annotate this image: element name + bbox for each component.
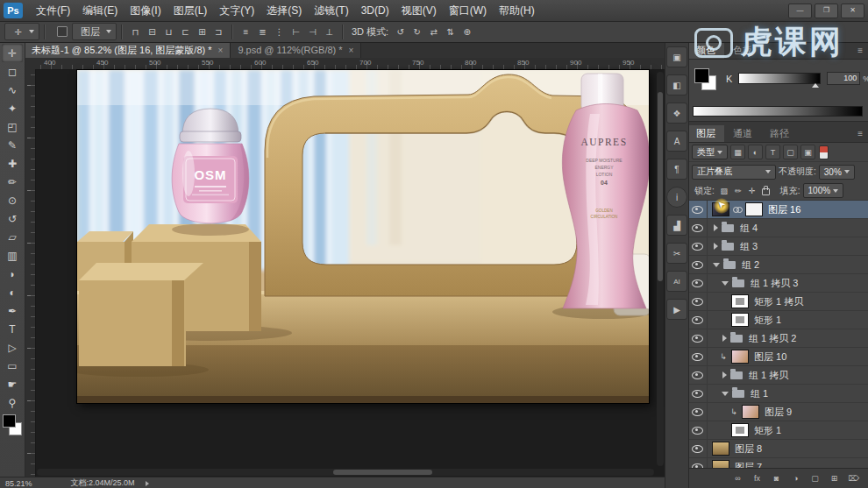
filter-smart-object-icon[interactable]: ▣ (800, 145, 815, 159)
k-channel-slider[interactable] (738, 73, 821, 84)
expand-collapsed-icon[interactable] (722, 335, 727, 342)
layer-name[interactable]: 组 1 拷贝 (749, 369, 788, 382)
visibility-toggle[interactable] (687, 403, 708, 421)
layer-name[interactable]: 组 1 拷贝 2 (749, 332, 796, 345)
align-right-edges-icon[interactable]: ⊐ (211, 25, 226, 39)
visibility-toggle[interactable] (687, 274, 708, 292)
3d-drag-icon[interactable]: ⇄ (426, 25, 441, 39)
layer-style-icon[interactable]: fx (750, 472, 765, 484)
filter-type-layers-icon[interactable]: T (765, 145, 780, 159)
hand-tool[interactable]: ☛ (2, 375, 23, 393)
foreground-color-well[interactable] (694, 68, 709, 83)
dodge-tool[interactable]: ◐ (2, 283, 23, 301)
scrollbar-thumb[interactable] (333, 470, 432, 475)
visibility-toggle[interactable] (687, 219, 708, 237)
layer-name[interactable]: 组 1 拷贝 3 (751, 277, 798, 290)
timeline-panel-icon[interactable]: ▶ (666, 299, 687, 320)
expand-expanded-icon[interactable] (713, 263, 720, 267)
filter-pixel-layers-icon[interactable]: ▦ (730, 145, 745, 159)
menu-edit[interactable]: 编辑(E) (76, 0, 124, 21)
visibility-toggle[interactable] (687, 440, 708, 457)
foreground-color-swatch[interactable] (3, 414, 16, 428)
tab-channels[interactable]: 通道 (724, 125, 761, 142)
3d-rotate-icon[interactable]: ↺ (393, 25, 408, 39)
align-horizontal-centers-icon[interactable]: ⊞ (195, 25, 210, 39)
layer-mask-thumbnail[interactable] (745, 202, 763, 216)
styles-panel-icon[interactable]: ❖ (666, 103, 687, 124)
expand-expanded-icon[interactable] (722, 392, 729, 396)
tab-close-icon[interactable]: × (349, 46, 354, 55)
layer-row[interactable]: 图层 7 (687, 458, 868, 468)
layer-row[interactable]: 组 1 拷贝 2 (687, 329, 868, 348)
layer-thumbnail[interactable] (742, 405, 759, 419)
layer-name[interactable]: 图层 16 (768, 203, 800, 216)
visibility-toggle[interactable] (687, 311, 708, 329)
align-top-edges-icon[interactable]: ⊓ (128, 25, 143, 39)
layer-thumbnail[interactable] (712, 460, 729, 468)
magic-wand-tool[interactable]: ✦ (2, 99, 23, 117)
3d-scale-icon[interactable]: ⊕ (459, 25, 474, 39)
layer-name[interactable]: 组 1 (751, 387, 768, 400)
layer-name[interactable]: 矩形 1 (754, 424, 781, 437)
link-layers-icon[interactable]: ∞ (730, 472, 745, 484)
canvas-vertical-scrollbar[interactable] (657, 72, 664, 466)
info-panel-icon[interactable]: i (666, 187, 687, 208)
layer-thumbnail[interactable] (712, 202, 729, 216)
lock-transparency-icon[interactable]: ▨ (718, 185, 730, 197)
auto-select-checkbox[interactable] (57, 26, 68, 37)
filter-type-dropdown[interactable]: 类型 (692, 145, 728, 159)
distribute-bottom-icon[interactable]: ⋮ (272, 25, 287, 39)
menu-window[interactable]: 窗口(W) (443, 0, 493, 21)
shape-layer-thumbnail[interactable] (731, 423, 749, 437)
gradient-tool[interactable]: ▥ (2, 246, 23, 265)
layer-name[interactable]: 组 3 (740, 240, 758, 253)
align-left-edges-icon[interactable]: ⊏ (178, 25, 193, 39)
lasso-tool[interactable]: ∿ (2, 81, 23, 99)
lock-position-icon[interactable]: ✛ (746, 185, 758, 197)
document-tab-inactive[interactable]: 9.psd @ 112%(RGB/8) * × (231, 42, 361, 58)
visibility-toggle[interactable] (687, 366, 708, 384)
layer-row[interactable]: 矩形 1 (687, 311, 868, 329)
align-bottom-edges-icon[interactable]: ⊔ (161, 25, 176, 39)
distribute-horizontal-icon[interactable]: ⊣ (305, 25, 320, 39)
new-adjustment-layer-icon[interactable]: ◑ (788, 472, 803, 484)
blend-mode-dropdown[interactable]: 正片叠底 (692, 165, 776, 180)
shape-layer-thumbnail[interactable] (731, 313, 749, 327)
layer-row[interactable]: 组 4 (687, 219, 868, 237)
fill-field[interactable]: 100% (803, 183, 844, 198)
layer-name[interactable]: 图层 8 (735, 442, 762, 456)
layer-name[interactable]: 矩形 1 拷贝 (754, 295, 803, 308)
layer-row[interactable]: 组 1 拷贝 3 (687, 274, 868, 293)
visibility-toggle[interactable] (687, 458, 708, 468)
expand-collapsed-icon[interactable] (714, 243, 718, 250)
3d-slide-icon[interactable]: ⇅ (443, 25, 458, 39)
character-panel-icon[interactable]: A (666, 131, 687, 152)
layer-name[interactable]: 组 4 (740, 222, 758, 235)
tab-color[interactable]: 颜色 (687, 42, 724, 59)
status-flyout-icon[interactable] (146, 481, 149, 486)
layer-name[interactable]: 组 2 (742, 258, 759, 272)
layer-name[interactable]: 图层 9 (765, 406, 792, 419)
delete-layer-icon[interactable]: ⌦ (846, 472, 861, 484)
clone-source-panel-icon[interactable]: ▣ (666, 46, 687, 67)
align-vertical-centers-icon[interactable]: ⊟ (145, 25, 160, 39)
visibility-toggle[interactable] (687, 348, 708, 365)
grayscale-ramp[interactable] (693, 106, 863, 117)
filter-adjustment-layers-icon[interactable]: ◐ (748, 145, 763, 159)
tab-paths[interactable]: 路径 (761, 125, 798, 142)
auto-select-dropdown[interactable]: 图层 (72, 23, 117, 40)
layer-thumbnail[interactable] (712, 442, 729, 456)
marquee-tool[interactable]: ◻ (2, 62, 23, 81)
ai-panel-icon[interactable]: AI (666, 271, 687, 292)
distribute-right-icon[interactable]: ⊥ (322, 25, 337, 39)
minimize-button[interactable]: — (788, 4, 812, 18)
brush-tool[interactable]: ✏ (2, 173, 23, 191)
document-tab-active[interactable]: 未标题-1 @ 85.2% (图层 16, 图层蒙版/8) * × (25, 42, 231, 58)
histogram-panel-icon[interactable]: ▟ (666, 215, 687, 236)
menu-select[interactable]: 选择(S) (260, 0, 308, 21)
menu-view[interactable]: 视图(V) (395, 0, 443, 21)
lock-pixels-icon[interactable]: ✏ (732, 185, 744, 197)
color-swatches[interactable] (3, 414, 22, 435)
add-layer-mask-icon[interactable]: ◙ (769, 472, 784, 484)
zoom-level[interactable]: 85.21% (5, 479, 32, 488)
